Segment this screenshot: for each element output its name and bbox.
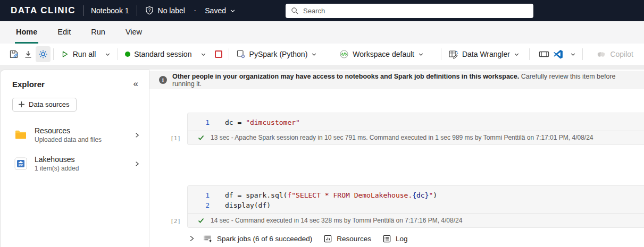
notebook-canvas: i Other people in your organization may …	[149, 70, 644, 247]
data-wrangler-icon	[448, 49, 458, 59]
explorer-item-resources[interactable]: Resources Uploaded data and files	[1, 125, 149, 144]
tab-edit[interactable]: Edit	[56, 21, 72, 44]
language-label: PySpark (Python)	[249, 50, 308, 58]
code-cell-1: [1] 1 dc = "dimcustomer" 13 sec - Apache…	[149, 113, 644, 145]
code-cell-2: [2] 1 df = spark.sql(f"SELECT * FROM Dem…	[149, 185, 644, 228]
tab-run[interactable]: Run	[90, 21, 106, 44]
spark-jobs-icon	[203, 234, 213, 243]
cell-output-tabs: Spark jobs (6 of 6 succeeded) Resources …	[149, 231, 644, 246]
chevron-down-icon	[514, 52, 520, 57]
chevron-down-icon	[230, 8, 236, 14]
folder-icon	[14, 130, 27, 140]
code-editor[interactable]: 1 dc = "dimcustomer"	[188, 113, 644, 131]
separator-dot: ·	[194, 6, 196, 15]
divider	[83, 5, 83, 16]
save-button[interactable]	[6, 46, 21, 62]
execution-count: [1]	[170, 135, 181, 142]
ribbon-tabs: Home Edit Run View	[0, 21, 644, 44]
data-wrangler-dropdown[interactable]: Data Wrangler	[444, 49, 524, 59]
session-label: Standard session	[134, 50, 191, 58]
settings-button[interactable]	[36, 46, 51, 62]
info-icon: i	[159, 76, 167, 84]
banner-bold-text: Other people in your organization may ha…	[172, 73, 519, 80]
download-icon	[23, 49, 33, 59]
variable-panel-button[interactable]	[537, 46, 551, 62]
sensitivity-label-button[interactable]: ? No label	[145, 6, 185, 15]
search-input[interactable]	[303, 7, 528, 15]
chevron-down-icon	[418, 52, 424, 57]
app-logo: DATA CLINIC	[11, 5, 76, 16]
line-number: 1	[188, 190, 210, 200]
save-status-text: Saved	[205, 6, 226, 15]
chevron-down-icon	[200, 52, 206, 57]
collapse-panel-icon[interactable]: «	[131, 79, 140, 89]
content-area: Explorer « Data sources Resources Upload…	[0, 65, 644, 247]
run-all-label: Run all	[73, 50, 96, 58]
session-status-dropdown[interactable]: Standard session	[121, 50, 211, 58]
play-icon	[61, 50, 69, 58]
chevron-right-icon[interactable]	[133, 160, 140, 167]
plus-icon	[18, 101, 25, 108]
data-sources-label: Data sources	[29, 100, 70, 108]
global-search[interactable]	[286, 4, 533, 18]
expand-chevron-icon[interactable]	[188, 235, 195, 242]
save-icon	[9, 49, 19, 59]
divider	[118, 48, 118, 60]
log-tab[interactable]: Log	[379, 234, 411, 243]
cell-status-bar: 14 sec - Command executed in 14 sec 328 …	[188, 214, 644, 227]
execution-count: [2]	[170, 218, 181, 225]
banner-text: Other people in your organization may ha…	[172, 73, 634, 88]
divider	[53, 48, 54, 60]
svg-text:?: ?	[148, 7, 150, 13]
workspace-access-banner: i Other people in your organization may …	[149, 71, 644, 89]
run-all-button[interactable]: Run all	[56, 50, 115, 58]
line-number: 1	[188, 117, 210, 127]
chevron-down-icon	[311, 52, 317, 57]
line-number: 2	[188, 200, 210, 210]
notebook-toolbar: Run all Standard session PySpark (Python…	[0, 44, 644, 65]
session-active-dot-icon	[125, 52, 130, 57]
code-editor[interactable]: 1 df = spark.sql(f"SELECT * FROM DemoLak…	[188, 186, 644, 214]
tab-view[interactable]: View	[124, 21, 143, 44]
explorer-title: Explorer	[12, 80, 45, 89]
chevron-down-icon	[570, 52, 576, 57]
divider	[529, 48, 530, 60]
item-subtitle: Uploaded data and files	[35, 136, 126, 143]
cell-status-text: 13 sec - Apache Spark session ready in 1…	[211, 134, 593, 141]
stop-session-button[interactable]	[215, 50, 222, 58]
resources-chart-icon	[323, 234, 332, 243]
language-dropdown[interactable]: PySpark (Python)	[232, 49, 322, 59]
vscode-icon	[553, 49, 563, 59]
search-icon	[291, 7, 299, 15]
success-check-icon	[197, 217, 205, 224]
environment-label: Workspace default	[353, 50, 414, 58]
chevron-right-icon[interactable]	[133, 132, 140, 139]
success-check-icon	[197, 134, 205, 141]
add-data-sources-button[interactable]: Data sources	[12, 98, 77, 112]
item-subtitle: 1 item(s) added	[35, 165, 126, 172]
cell-gutter: [2]	[149, 185, 187, 228]
vscode-dropdown[interactable]	[551, 49, 578, 59]
explorer-panel: Explorer « Data sources Resources Upload…	[0, 70, 149, 247]
spark-jobs-tab[interactable]: Spark jobs (6 of 6 succeeded)	[200, 234, 315, 243]
divider	[582, 48, 583, 60]
shield-question-icon: ?	[145, 6, 154, 15]
sensitivity-label-text: No label	[158, 6, 185, 15]
copilot-icon	[596, 49, 606, 59]
gear-icon	[38, 49, 48, 59]
item-title: Lakehouses	[35, 155, 126, 164]
notebook-gear-icon	[236, 49, 246, 59]
save-status-dropdown[interactable]: Saved	[205, 6, 236, 15]
notebook-title[interactable]: Notebook 1	[91, 6, 129, 15]
explorer-item-lakehouses[interactable]: Lakehouses 1 item(s) added	[1, 154, 149, 173]
spark-jobs-label: Spark jobs (6 of 6 succeeded)	[217, 235, 312, 243]
copilot-button[interactable]: Copilot	[592, 49, 638, 59]
copilot-label: Copilot	[610, 50, 633, 58]
environment-dropdown[interactable]: Workspace default	[335, 49, 428, 59]
tab-home[interactable]: Home	[15, 21, 38, 44]
resources-tab[interactable]: Resources	[320, 234, 374, 243]
cell-status-text: 14 sec - Command executed in 14 sec 328 …	[211, 217, 462, 224]
cell-status-bar: 13 sec - Apache Spark session ready in 1…	[188, 131, 644, 144]
export-button[interactable]	[21, 46, 36, 62]
chevron-down-icon	[105, 52, 111, 57]
